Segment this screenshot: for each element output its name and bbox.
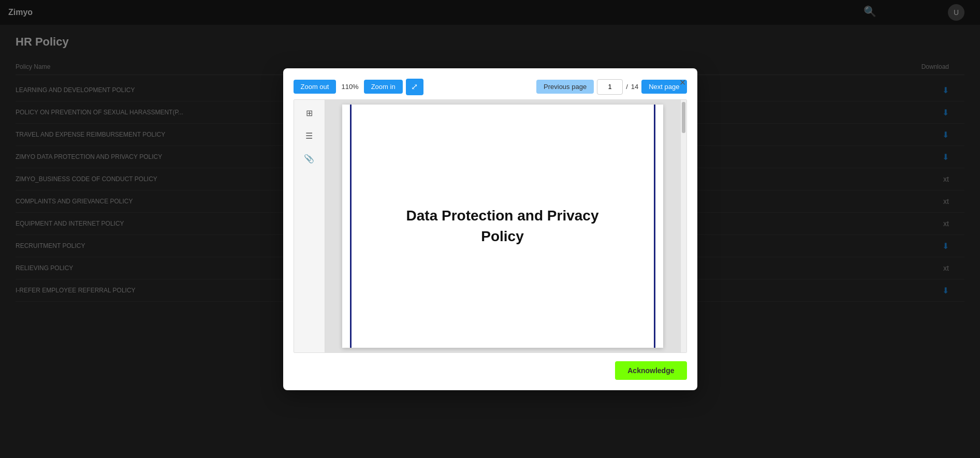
previous-page-button[interactable]: Previous page (536, 80, 594, 94)
page-border-left (350, 105, 352, 348)
outline-icon[interactable]: ☰ (301, 128, 317, 144)
acknowledge-button[interactable]: Acknowledge (615, 361, 686, 380)
close-button[interactable]: × (676, 76, 690, 90)
pdf-title-line1: Data Protection and Privacy (406, 208, 599, 224)
pdf-scrollbar-thumb[interactable] (682, 102, 685, 133)
modal-footer: Acknowledge (294, 361, 687, 380)
modal-overlay: × Zoom out 110% Zoom in ⤢ Previous page … (0, 0, 980, 458)
pdf-sidebar: ⊞ ☰ 📎 (294, 100, 325, 352)
pdf-toolbar: Zoom out 110% Zoom in ⤢ Previous page / … (294, 79, 687, 95)
fullscreen-icon: ⤢ (411, 82, 418, 92)
pdf-page: Data Protection and Privacy Policy (342, 105, 663, 348)
pdf-scrollbar[interactable] (680, 100, 686, 352)
pdf-viewer: ⊞ ☰ 📎 Data Protection and Privacy Policy (294, 99, 687, 353)
fullscreen-button[interactable]: ⤢ (406, 79, 423, 95)
page-separator: / (626, 83, 628, 91)
total-pages-label: 14 (631, 83, 638, 91)
pdf-title-line2: Policy (481, 228, 523, 244)
zoom-level-label: 110% (339, 83, 360, 91)
thumbnail-icon[interactable]: ⊞ (301, 105, 317, 122)
policy-viewer-modal: × Zoom out 110% Zoom in ⤢ Previous page … (283, 68, 697, 390)
zoom-out-button[interactable]: Zoom out (294, 80, 337, 94)
pdf-main-area: Data Protection and Privacy Policy (325, 100, 680, 352)
page-border-right (654, 105, 655, 348)
current-page-input[interactable] (597, 79, 623, 95)
zoom-in-button[interactable]: Zoom in (364, 80, 403, 94)
pdf-page-title: Data Protection and Privacy Policy (375, 205, 630, 246)
attachment-icon[interactable]: 📎 (301, 151, 317, 167)
